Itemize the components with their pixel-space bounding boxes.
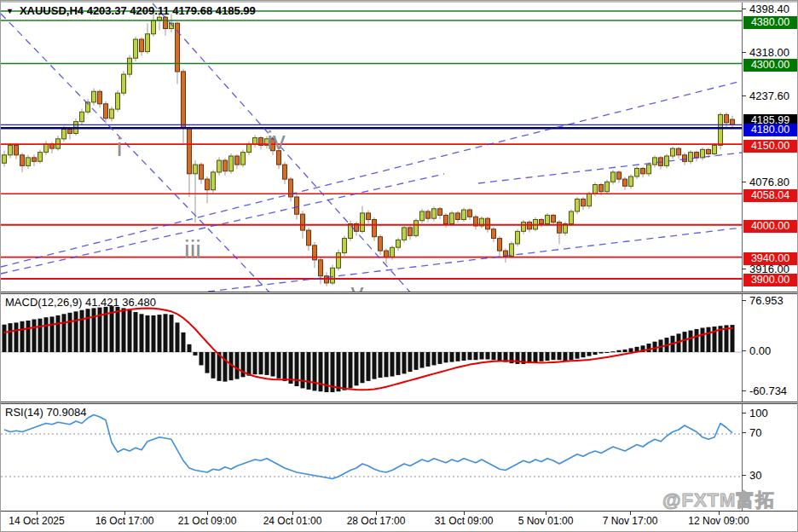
macd-bar	[575, 352, 580, 359]
price-tick: 4398.40	[749, 3, 789, 15]
chart-title: XAUUSD,H4 4203.37 4209.11 4179.68 4185.9…	[20, 4, 256, 17]
macd-histogram-group	[3, 306, 735, 392]
macd-bar	[426, 352, 431, 367]
date-label: 7 Nov 17:00	[603, 515, 658, 527]
rsi-line	[4, 415, 732, 479]
candle	[373, 220, 377, 237]
candle	[205, 179, 210, 190]
macd-bar	[176, 322, 180, 352]
axis-tick-mark	[742, 475, 746, 476]
macd-bar	[98, 308, 102, 352]
rsi-tick: 100	[749, 407, 768, 419]
date-tick-mark	[292, 512, 293, 515]
axis-tick-mark	[742, 390, 746, 391]
candle	[426, 211, 431, 218]
candle	[26, 158, 31, 166]
candle	[671, 148, 675, 156]
macd-bar	[56, 315, 61, 352]
macd-bar	[283, 352, 287, 381]
price-tick: 4237.60	[749, 90, 789, 102]
macd-bar	[92, 308, 96, 352]
macd-bar	[223, 352, 228, 382]
date-label: 24 Oct 01:00	[263, 515, 322, 527]
macd-bar	[599, 352, 604, 354]
candle	[140, 39, 144, 52]
macd-bar	[134, 312, 138, 352]
candle	[361, 213, 365, 232]
macd-bar	[9, 323, 13, 352]
date-tick-mark	[376, 512, 377, 515]
date-label: 14 Oct 2025	[9, 515, 64, 527]
price-badge: 4380.00	[743, 16, 797, 29]
candle	[235, 156, 240, 165]
price-badge: 4180.00	[743, 124, 797, 136]
macd-bar	[343, 352, 347, 390]
macd-bar	[629, 348, 633, 352]
candle	[617, 172, 622, 179]
macd-bar	[128, 310, 132, 352]
panel-separator[interactable]	[1, 402, 798, 404]
candle	[164, 17, 168, 28]
wave-label: v	[351, 278, 364, 292]
chart-title-bar: ▼ XAUUSD,H4 4203.37 4209.11 4179.68 4185…	[6, 4, 256, 17]
candle	[331, 268, 335, 283]
main-chart-panel[interactable]: iiiiivv	[1, 3, 742, 292]
candle	[253, 138, 257, 145]
macd-bar	[20, 321, 25, 352]
candle	[689, 153, 693, 162]
macd-bar	[188, 344, 192, 352]
axis-tick-mark	[742, 182, 746, 182]
date-label: 21 Oct 09:00	[178, 515, 237, 527]
date-axis[interactable]: 14 Oct 202516 Oct 17:0021 Oct 09:0024 Oc…	[1, 512, 798, 532]
macd-bar	[170, 315, 174, 352]
axis-tick-mark	[742, 413, 746, 413]
macd-bar	[271, 352, 275, 377]
candle	[444, 215, 448, 223]
macd-tick: -60.734	[749, 385, 787, 397]
candle	[599, 185, 604, 192]
macd-bar	[146, 315, 150, 352]
candle	[695, 153, 699, 158]
macd-bar	[295, 352, 299, 386]
candle	[540, 220, 544, 224]
macd-bar	[587, 352, 592, 356]
macd-bar	[247, 352, 252, 376]
macd-bar	[50, 316, 55, 352]
date-tick-mark	[464, 512, 465, 515]
candle	[44, 144, 49, 153]
date-tick-mark	[124, 512, 125, 515]
candle	[38, 153, 43, 162]
macd-bar	[122, 308, 126, 352]
candle	[546, 215, 550, 223]
price-axis[interactable]: 4398.404318.004237.604076.803916.004380.…	[742, 3, 798, 512]
axis-tick-mark	[742, 432, 746, 433]
macd-bar	[14, 322, 19, 352]
macd-bar	[420, 352, 425, 368]
macd-panel[interactable]	[1, 294, 742, 402]
candle	[14, 145, 19, 154]
candle	[92, 91, 96, 102]
candle	[319, 260, 323, 276]
chart-menu-icon[interactable]: ▼	[6, 7, 14, 15]
candle	[558, 223, 562, 234]
candle	[396, 240, 401, 247]
macd-bar	[444, 352, 448, 362]
price-badge: 3900.00	[743, 274, 797, 286]
candle	[122, 74, 126, 93]
macd-bar	[182, 332, 186, 352]
price-badge: 4300.00	[743, 59, 797, 72]
rsi-panel[interactable]	[1, 404, 742, 511]
macd-bar	[259, 352, 263, 374]
macd-bar	[611, 351, 616, 352]
macd-bar	[38, 319, 43, 352]
candle	[581, 200, 586, 206]
chart-window: iiiiivv ▼ XAUUSD,H4 4203.37 4209.11 4179…	[0, 0, 798, 532]
macd-bar	[540, 352, 544, 361]
candle	[367, 213, 371, 220]
date-tick-mark	[719, 512, 720, 515]
candle	[283, 165, 287, 179]
wave-label: iv	[267, 126, 286, 154]
macd-bar	[355, 352, 359, 385]
macd-bar	[492, 352, 496, 360]
panel-separator[interactable]	[1, 292, 798, 294]
